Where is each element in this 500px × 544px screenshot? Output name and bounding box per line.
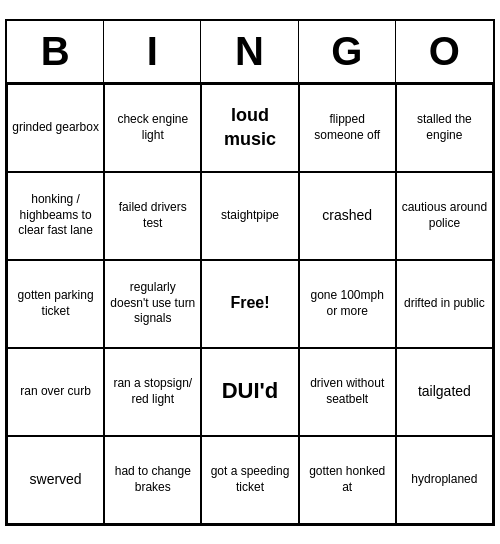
bingo-cell-7[interactable]: staightpipe	[201, 172, 298, 260]
bingo-cell-11[interactable]: regularly doesn't use turn signals	[104, 260, 201, 348]
bingo-cell-21[interactable]: had to change brakes	[104, 436, 201, 524]
bingo-cell-2[interactable]: loud music	[201, 84, 298, 172]
bingo-cell-1[interactable]: check engine light	[104, 84, 201, 172]
header-letter-b: B	[7, 21, 104, 82]
bingo-header: BINGO	[7, 21, 493, 84]
header-letter-i: I	[104, 21, 201, 82]
bingo-cell-20[interactable]: swerved	[7, 436, 104, 524]
bingo-cell-10[interactable]: gotten parking ticket	[7, 260, 104, 348]
bingo-cell-8[interactable]: crashed	[299, 172, 396, 260]
bingo-cell-19[interactable]: tailgated	[396, 348, 493, 436]
bingo-cell-4[interactable]: stalled the engine	[396, 84, 493, 172]
header-letter-o: O	[396, 21, 493, 82]
header-letter-n: N	[201, 21, 298, 82]
header-letter-g: G	[299, 21, 396, 82]
bingo-cell-5[interactable]: honking / highbeams to clear fast lane	[7, 172, 104, 260]
bingo-cell-22[interactable]: got a speeding ticket	[201, 436, 298, 524]
bingo-cell-24[interactable]: hydroplaned	[396, 436, 493, 524]
bingo-cell-18[interactable]: driven without seatbelt	[299, 348, 396, 436]
bingo-cell-13[interactable]: gone 100mph or more	[299, 260, 396, 348]
bingo-cell-23[interactable]: gotten honked at	[299, 436, 396, 524]
bingo-cell-16[interactable]: ran a stopsign/ red light	[104, 348, 201, 436]
bingo-cell-12[interactable]: Free!	[201, 260, 298, 348]
bingo-cell-3[interactable]: flipped someone off	[299, 84, 396, 172]
bingo-cell-0[interactable]: grinded gearbox	[7, 84, 104, 172]
bingo-cell-14[interactable]: drifted in public	[396, 260, 493, 348]
bingo-cell-17[interactable]: DUI'd	[201, 348, 298, 436]
bingo-cell-15[interactable]: ran over curb	[7, 348, 104, 436]
bingo-grid: grinded gearboxcheck engine lightloud mu…	[7, 84, 493, 524]
bingo-cell-6[interactable]: failed drivers test	[104, 172, 201, 260]
bingo-cell-9[interactable]: cautious around police	[396, 172, 493, 260]
bingo-card: BINGO grinded gearboxcheck engine lightl…	[5, 19, 495, 526]
